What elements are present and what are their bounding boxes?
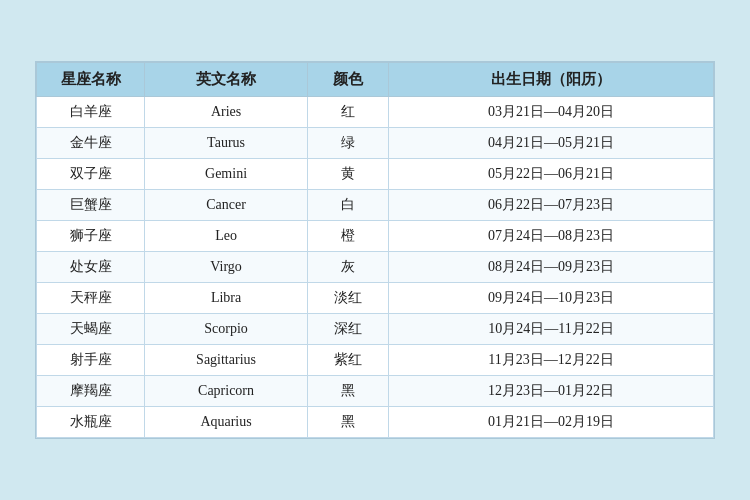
cell-zh: 双子座	[37, 159, 145, 190]
header-date: 出生日期（阳历）	[389, 63, 714, 97]
cell-color: 黑	[307, 376, 388, 407]
cell-zh: 狮子座	[37, 221, 145, 252]
table-body: 白羊座Aries红03月21日—04月20日金牛座Taurus绿04月21日—0…	[37, 97, 714, 438]
cell-date: 01月21日—02月19日	[389, 407, 714, 438]
cell-en: Gemini	[145, 159, 307, 190]
cell-color: 红	[307, 97, 388, 128]
cell-color: 黑	[307, 407, 388, 438]
cell-date: 03月21日—04月20日	[389, 97, 714, 128]
cell-zh: 白羊座	[37, 97, 145, 128]
table-row: 摩羯座Capricorn黑12月23日—01月22日	[37, 376, 714, 407]
cell-date: 08月24日—09月23日	[389, 252, 714, 283]
table-row: 狮子座Leo橙07月24日—08月23日	[37, 221, 714, 252]
cell-en: Leo	[145, 221, 307, 252]
cell-zh: 天秤座	[37, 283, 145, 314]
cell-zh: 射手座	[37, 345, 145, 376]
cell-date: 09月24日—10月23日	[389, 283, 714, 314]
cell-color: 橙	[307, 221, 388, 252]
cell-color: 白	[307, 190, 388, 221]
cell-color: 灰	[307, 252, 388, 283]
cell-zh: 处女座	[37, 252, 145, 283]
table-row: 水瓶座Aquarius黑01月21日—02月19日	[37, 407, 714, 438]
cell-date: 04月21日—05月21日	[389, 128, 714, 159]
cell-zh: 金牛座	[37, 128, 145, 159]
cell-color: 淡红	[307, 283, 388, 314]
cell-en: Sagittarius	[145, 345, 307, 376]
cell-date: 07月24日—08月23日	[389, 221, 714, 252]
table-row: 巨蟹座Cancer白06月22日—07月23日	[37, 190, 714, 221]
table-row: 金牛座Taurus绿04月21日—05月21日	[37, 128, 714, 159]
cell-en: Aries	[145, 97, 307, 128]
header-zh: 星座名称	[37, 63, 145, 97]
cell-color: 黄	[307, 159, 388, 190]
cell-en: Aquarius	[145, 407, 307, 438]
header-color: 颜色	[307, 63, 388, 97]
zodiac-table: 星座名称 英文名称 颜色 出生日期（阳历） 白羊座Aries红03月21日—04…	[36, 62, 714, 438]
table-header-row: 星座名称 英文名称 颜色 出生日期（阳历）	[37, 63, 714, 97]
cell-zh: 天蝎座	[37, 314, 145, 345]
cell-zh: 巨蟹座	[37, 190, 145, 221]
cell-color: 深红	[307, 314, 388, 345]
zodiac-table-container: 星座名称 英文名称 颜色 出生日期（阳历） 白羊座Aries红03月21日—04…	[35, 61, 715, 439]
header-en: 英文名称	[145, 63, 307, 97]
table-row: 天秤座Libra淡红09月24日—10月23日	[37, 283, 714, 314]
cell-date: 06月22日—07月23日	[389, 190, 714, 221]
cell-en: Virgo	[145, 252, 307, 283]
cell-date: 12月23日—01月22日	[389, 376, 714, 407]
table-row: 天蝎座Scorpio深红10月24日—11月22日	[37, 314, 714, 345]
table-row: 白羊座Aries红03月21日—04月20日	[37, 97, 714, 128]
table-row: 射手座Sagittarius紫红11月23日—12月22日	[37, 345, 714, 376]
cell-color: 绿	[307, 128, 388, 159]
cell-date: 05月22日—06月21日	[389, 159, 714, 190]
cell-zh: 水瓶座	[37, 407, 145, 438]
cell-en: Scorpio	[145, 314, 307, 345]
cell-en: Libra	[145, 283, 307, 314]
cell-date: 10月24日—11月22日	[389, 314, 714, 345]
cell-color: 紫红	[307, 345, 388, 376]
cell-en: Taurus	[145, 128, 307, 159]
cell-en: Cancer	[145, 190, 307, 221]
cell-date: 11月23日—12月22日	[389, 345, 714, 376]
table-row: 处女座Virgo灰08月24日—09月23日	[37, 252, 714, 283]
table-row: 双子座Gemini黄05月22日—06月21日	[37, 159, 714, 190]
cell-en: Capricorn	[145, 376, 307, 407]
cell-zh: 摩羯座	[37, 376, 145, 407]
